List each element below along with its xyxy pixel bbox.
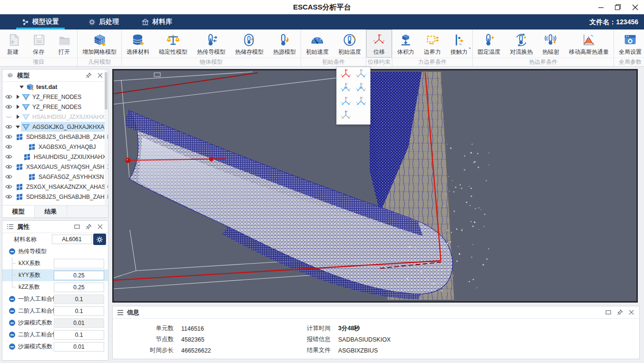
property-row-2[interactable]: kZZ系数0.25	[2, 281, 108, 293]
restore-panel-icon[interactable]	[604, 309, 613, 316]
caret-right-icon[interactable]	[15, 105, 21, 109]
displacement-option-constraint-xy-1[interactable]: z x y	[338, 96, 353, 109]
toolbar-button-thermo-initial[interactable]: 初始温度	[333, 29, 366, 58]
toolbar-button-material-database[interactable]: 选择材料	[122, 29, 154, 58]
model-panel-tab-results[interactable]: 结果	[35, 206, 67, 217]
property-value-input[interactable]: 0.1	[54, 294, 104, 304]
visibility-eye-icon[interactable]	[2, 154, 15, 159]
displacement-option-constraint-xy-2[interactable]: z x y	[353, 96, 369, 109]
tree-node-10[interactable]: ZSXGX_HSAKAZNZXK_AHASX	[2, 182, 108, 192]
toolbar-button-thermo-source[interactable]: 热源模型	[268, 29, 301, 58]
restore-panel-icon[interactable]	[73, 223, 81, 231]
visibility-eye-icon[interactable]	[2, 164, 15, 169]
tree-node-9[interactable]: SAGFASGZ_ASYHHXSN	[2, 172, 108, 182]
tree-node-1[interactable]: YZ_FREE_NODES	[2, 92, 108, 102]
toolbar-button-open-folder[interactable]: 打开	[51, 29, 77, 58]
displacement-option-constraint-xyz[interactable]: z x y	[353, 68, 369, 81]
visibility-hidden-icon[interactable]	[2, 114, 15, 119]
close-icon[interactable]	[627, 309, 635, 316]
tree-node-11[interactable]: SDHSBJZS_GHSABJHB_ZAHU	[2, 192, 108, 202]
displacement-option-constraint-xyz-free[interactable]: z x y	[338, 68, 353, 81]
tree-node-8[interactable]: XSAXGAUS_AISYAQSH_ASHX	[2, 162, 108, 172]
property-standalone-row-0[interactable]: 一阶人工粘合性0.1	[2, 293, 108, 305]
tree-node-5[interactable]: SDHSBJZS_GHSABJHB_ZAHU	[2, 132, 108, 142]
close-icon[interactable]	[96, 72, 104, 79]
close-icon[interactable]	[96, 223, 104, 231]
tree-node-4[interactable]: AGSGKJKG_GJHXAJKHXA	[2, 122, 108, 132]
property-value-input[interactable]: 0.01	[54, 342, 104, 352]
caret-right-icon[interactable]	[15, 115, 21, 119]
toolbar-button-thermo-convect[interactable]: 对流换热	[505, 29, 537, 58]
toolbar-button-contact-force[interactable]: 接触力	[446, 29, 472, 58]
toolbar-button-balance-scale[interactable]: 稳定性模型	[154, 29, 192, 58]
property-value-input[interactable]: 0.25	[54, 283, 104, 292]
displacement-option-constraint-face-1[interactable]: z x y	[338, 82, 353, 95]
tree-node-7[interactable]: HSAUHDISU_JZXIUXHAHX	[2, 152, 108, 162]
property-standalone-row-1[interactable]: 二阶人工粘合性0.1	[2, 305, 108, 317]
tree-node-2[interactable]: YZ_FREE_NODES	[2, 102, 108, 112]
toolbar-button-global-settings[interactable]: 全局设置	[614, 29, 644, 58]
caret-down-icon[interactable]	[19, 85, 25, 88]
tab-model-settings[interactable]: 模型设置	[22, 14, 59, 29]
toolbar-group-7: 全局设置全局参数	[614, 29, 644, 66]
toolbar-button-thermo-fixed[interactable]: 固定温度	[473, 29, 505, 58]
caret-down-icon[interactable]	[15, 125, 21, 128]
collapse-minus-icon[interactable]	[9, 343, 15, 350]
toolbar-button-boundary-force[interactable]: 边界力	[419, 29, 446, 58]
collapse-minus-icon[interactable]	[9, 308, 15, 314]
material-name-input[interactable]: AL6061	[52, 235, 92, 244]
tab-post-process[interactable]: 后处理	[88, 14, 119, 29]
property-value-input[interactable]	[54, 259, 104, 268]
property-value-input[interactable]: 0.1	[54, 330, 104, 340]
pin-icon[interactable]	[615, 309, 624, 316]
material-settings-button[interactable]	[93, 234, 106, 245]
displacement-option-constraint-face-2[interactable]: z x y	[353, 82, 369, 95]
visibility-eye-icon[interactable]	[2, 144, 15, 149]
property-section-heat-conduction[interactable]: 热传导模型	[2, 245, 108, 257]
visibility-eye-icon[interactable]	[2, 124, 15, 129]
tree-scrollbar-thumb[interactable]	[105, 72, 107, 109]
toolbar-button-speed-gauge[interactable]: 初始速度	[301, 29, 333, 58]
pin-icon[interactable]	[84, 72, 93, 79]
toolbar-button-new-file[interactable]: 新建	[0, 29, 26, 58]
minimize-button[interactable]	[593, 0, 609, 14]
visibility-eye-icon[interactable]	[2, 104, 15, 109]
toolbar-button-add-mesh-cube[interactable]: 增加网格模型	[78, 29, 121, 58]
tree-scrollbar[interactable]	[105, 69, 107, 217]
tree-node-3[interactable]: HSAUHDISU_JZXIUXHAHX	[2, 112, 108, 122]
property-value-input[interactable]: 0.25	[54, 271, 104, 280]
toolbar-button-axis-red[interactable]: z x y位移	[366, 29, 392, 58]
tree-node-root[interactable]: test.dat	[2, 82, 108, 92]
close-button[interactable]	[627, 0, 643, 14]
tab-material-library[interactable]: 材料库	[142, 14, 172, 29]
viewport-3d[interactable]	[112, 69, 638, 303]
pin-icon[interactable]	[84, 223, 93, 231]
toolbar-button-body-force[interactable]: 体积力	[392, 29, 419, 58]
property-standalone-row-2[interactable]: 沙漏模式系数0.01	[2, 317, 108, 329]
property-standalone-row-4[interactable]: 沙漏模式系数0.01	[2, 341, 108, 353]
property-value-input[interactable]: 0.01	[54, 318, 104, 328]
restore-button[interactable]	[610, 0, 626, 14]
collapse-minus-icon[interactable]	[9, 296, 15, 302]
caret-right-icon[interactable]	[15, 95, 21, 99]
toolbar-button-thermo-storage[interactable]: 热储存模型	[230, 29, 268, 58]
collapse-minus-icon[interactable]	[9, 320, 15, 326]
property-row-0[interactable]: kXX系数	[2, 257, 108, 269]
toolbar-button-thermo-conduct[interactable]: 热传导模型	[192, 29, 230, 58]
collapse-minus-icon[interactable]	[9, 332, 15, 338]
collapse-minus-icon[interactable]	[9, 248, 15, 255]
tree-node-6[interactable]: XAGBSXG_AYHAQBJ	[2, 142, 108, 152]
visibility-eye-icon[interactable]	[2, 184, 15, 189]
property-value-input[interactable]: 0.1	[54, 306, 104, 316]
visibility-eye-icon[interactable]	[2, 194, 15, 199]
model-panel-tab-model[interactable]: 模型	[2, 206, 35, 217]
toolbar-button-thermo-radiate[interactable]: 热辐射	[537, 29, 564, 58]
property-standalone-row-3[interactable]: 二阶人工粘合性0.1	[2, 329, 108, 341]
toolbar-button-gauss-flux[interactable]: 移动高斯热通量	[564, 29, 614, 58]
visibility-eye-icon[interactable]	[2, 94, 15, 99]
visibility-eye-icon[interactable]	[2, 134, 15, 139]
displacement-option-constraint-z[interactable]: z x y	[338, 109, 353, 123]
visibility-eye-icon[interactable]	[2, 174, 15, 179]
toolbar-button-save-file[interactable]: 保存	[26, 29, 51, 58]
property-row-1[interactable]: kYY系数0.25	[2, 269, 108, 281]
